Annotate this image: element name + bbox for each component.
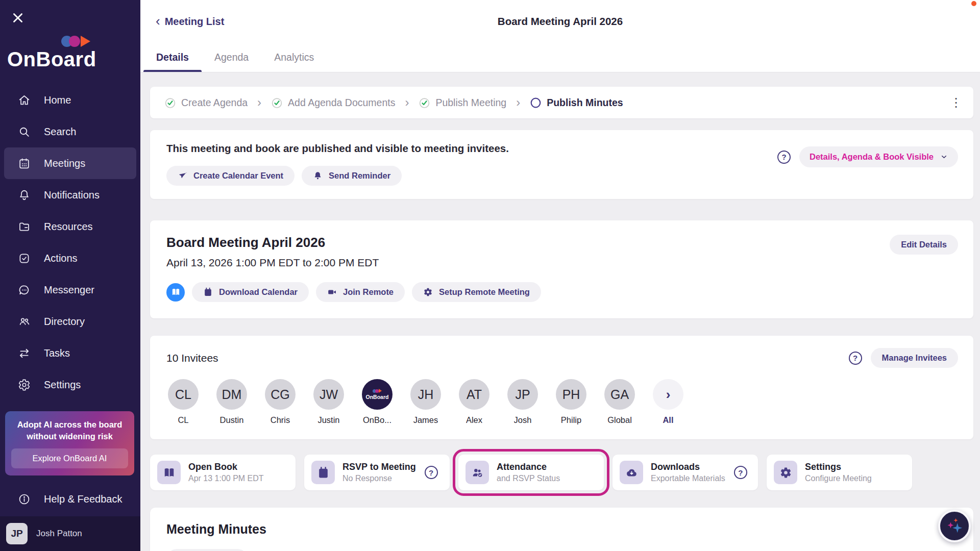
meeting-title: Board Meeting April 2026 bbox=[166, 235, 541, 251]
avatar: DM bbox=[216, 379, 247, 410]
zoom-meeting-icon[interactable] bbox=[166, 283, 185, 302]
tab-bar: Details Agenda Analytics bbox=[140, 43, 980, 72]
kebab-menu-icon[interactable]: ⋮ bbox=[945, 95, 967, 110]
invitees-header: 10 Invitees ? Manage Invitees bbox=[166, 348, 958, 368]
invitee-philip[interactable]: PH Philip bbox=[554, 379, 588, 425]
invitees-view-all[interactable]: › All bbox=[651, 379, 685, 425]
cloud-download-icon bbox=[620, 461, 643, 484]
logo-dot-pink bbox=[69, 36, 80, 47]
chevron-right-icon: › bbox=[653, 379, 683, 410]
card-title: Settings bbox=[805, 462, 872, 472]
button-label: Send Reminder bbox=[329, 171, 390, 181]
invitee-dustin[interactable]: DM Dustin bbox=[215, 379, 249, 425]
sidebar-item-label: Directory bbox=[44, 316, 85, 328]
sidebar-item-label: Home bbox=[44, 94, 71, 106]
back-to-meeting-list-link[interactable]: ‹ Meeting List bbox=[156, 16, 224, 28]
join-remote-button[interactable]: Join Remote bbox=[316, 282, 405, 302]
meeting-minutes-title: Meeting Minutes bbox=[166, 522, 957, 537]
logo-triangle bbox=[81, 36, 90, 47]
check-circle-icon bbox=[271, 97, 283, 109]
invitee-global[interactable]: GA Global bbox=[603, 379, 636, 425]
tab-analytics[interactable]: Analytics bbox=[261, 43, 327, 72]
card-text: RSVP to Meeting No Response bbox=[342, 462, 416, 483]
published-actions: Create Calendar Event Send Reminder bbox=[166, 166, 509, 186]
invitee-onboard[interactable]: OnBoard OnBo... bbox=[360, 379, 394, 425]
sidebar-item-help-feedback[interactable]: Help & Feedback bbox=[4, 484, 136, 514]
create-calendar-event-button[interactable]: Create Calendar Event bbox=[166, 166, 295, 186]
gear-icon bbox=[18, 379, 31, 391]
chevron-right-icon: › bbox=[405, 96, 409, 109]
setup-remote-meeting-button[interactable]: Setup Remote Meeting bbox=[412, 282, 541, 302]
open-book-card[interactable]: Open Book Apr 13 1:00 PM EDT bbox=[150, 455, 296, 490]
step-publish-meeting[interactable]: Publish Meeting bbox=[419, 97, 506, 109]
user-bar[interactable]: JP Josh Patton bbox=[0, 516, 140, 551]
calendar-icon bbox=[311, 461, 335, 484]
user-avatar[interactable]: JP bbox=[6, 523, 28, 544]
main-area: ‹ Meeting List Board Meeting April 2026 … bbox=[140, 0, 980, 551]
send-reminder-button[interactable]: Send Reminder bbox=[302, 166, 402, 186]
start-minutes-button[interactable]: Start Minutes bbox=[166, 549, 248, 551]
onboard-logo: OnBoard bbox=[7, 36, 132, 71]
invitee-name: Chris bbox=[271, 415, 290, 425]
invitee-josh[interactable]: JP Josh bbox=[506, 379, 540, 425]
invitee-alex[interactable]: AT Alex bbox=[457, 379, 491, 425]
attendance-card[interactable]: Attendance and RSVP Status bbox=[458, 455, 604, 490]
sidebar-item-resources[interactable]: Resources bbox=[4, 211, 136, 242]
close-sidebar-button[interactable] bbox=[11, 11, 24, 24]
edit-details-button[interactable]: Edit Details bbox=[890, 235, 958, 255]
step-publish-minutes[interactable]: Publish Minutes bbox=[530, 97, 623, 109]
step-label: Create Agenda bbox=[181, 97, 248, 109]
chevron-right-icon: › bbox=[257, 96, 261, 109]
invitee-chris[interactable]: CG Chris bbox=[263, 379, 297, 425]
sidebar-item-meetings[interactable]: Meetings bbox=[4, 147, 136, 179]
calendar-icon bbox=[18, 157, 31, 170]
onboard-ai-promo-card: Adopt AI across the board without wideni… bbox=[5, 411, 134, 475]
visibility-dropdown[interactable]: Details, Agenda & Book Visible bbox=[799, 146, 958, 167]
card-subtitle: and RSVP Status bbox=[497, 474, 560, 483]
download-calendar-button[interactable]: Download Calendar bbox=[192, 282, 309, 302]
sidebar-item-messenger[interactable]: Messenger bbox=[4, 274, 136, 306]
sidebar-item-actions[interactable]: Actions bbox=[4, 242, 136, 274]
avatar: JW bbox=[313, 379, 344, 410]
avatar: PH bbox=[556, 379, 586, 410]
sidebar-item-directory[interactable]: Directory bbox=[4, 306, 136, 337]
sidebar-item-notifications[interactable]: Notifications bbox=[4, 179, 136, 211]
help-question-icon[interactable]: ? bbox=[734, 466, 747, 479]
step-add-agenda-documents[interactable]: Add Agenda Documents bbox=[271, 97, 395, 109]
sidebar-item-search[interactable]: Search bbox=[4, 116, 136, 147]
check-square-icon bbox=[18, 252, 31, 265]
help-question-icon[interactable]: ? bbox=[425, 466, 438, 479]
button-label: Download Calendar bbox=[219, 287, 298, 297]
explore-onboard-ai-button[interactable]: Explore OnBoard AI bbox=[11, 448, 128, 468]
sidebar-item-home[interactable]: Home bbox=[4, 84, 136, 116]
manage-invitees-button[interactable]: Manage Invitees bbox=[871, 348, 958, 368]
sidebar-item-label: Tasks bbox=[44, 347, 70, 359]
invitee-name: CL bbox=[178, 415, 188, 425]
invitee-james[interactable]: JH James bbox=[409, 379, 443, 425]
settings-card[interactable]: Settings Configure Meeting bbox=[767, 455, 912, 490]
step-create-agenda[interactable]: Create Agenda bbox=[164, 97, 248, 109]
help-question-icon[interactable]: ? bbox=[849, 352, 862, 365]
rsvp-card[interactable]: RSVP to Meeting No Response ? bbox=[304, 455, 450, 490]
card-subtitle: Configure Meeting bbox=[805, 474, 872, 483]
invitee-justin[interactable]: JW Justin bbox=[312, 379, 346, 425]
ai-assistant-fab[interactable] bbox=[938, 510, 971, 542]
tab-details[interactable]: Details bbox=[143, 43, 202, 72]
onboard-logo-mark bbox=[61, 36, 132, 47]
user-name: Josh Patton bbox=[36, 529, 82, 539]
empty-circle-icon bbox=[530, 97, 542, 109]
gear-icon bbox=[774, 461, 797, 484]
sidebar-item-tasks[interactable]: Tasks bbox=[4, 337, 136, 369]
step-label: Add Agenda Documents bbox=[288, 97, 395, 109]
help-question-icon[interactable]: ? bbox=[777, 151, 791, 164]
card-text: Settings Configure Meeting bbox=[805, 462, 872, 483]
sidebar-item-settings[interactable]: Settings bbox=[4, 369, 136, 400]
sidebar-item-label: Resources bbox=[44, 221, 93, 233]
invitee-name: Justin bbox=[317, 415, 339, 425]
meeting-progress-steps: Create Agenda › Add Agenda Documents › P… bbox=[150, 87, 973, 118]
content-area: Create Agenda › Add Agenda Documents › P… bbox=[140, 72, 980, 551]
invitee-cl[interactable]: CL CL bbox=[166, 379, 200, 425]
downloads-card[interactable]: Downloads Exportable Materials ? bbox=[612, 455, 758, 490]
invitee-name: OnBo... bbox=[363, 415, 391, 425]
tab-agenda[interactable]: Agenda bbox=[202, 43, 261, 72]
